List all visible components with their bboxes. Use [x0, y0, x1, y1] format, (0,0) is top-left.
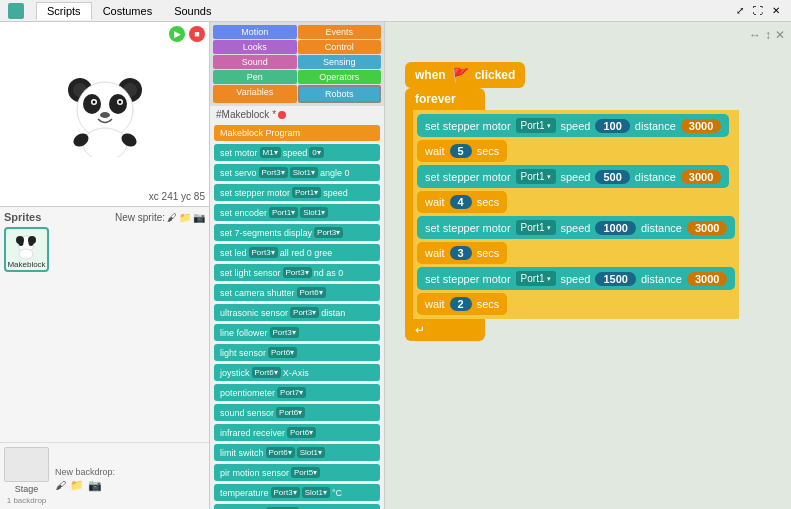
stop-button[interactable]: ■ [189, 26, 205, 42]
block-infrared[interactable]: infrared receiver Port6▾ [214, 424, 380, 441]
wait-block-4[interactable]: wait 2 secs [417, 293, 735, 315]
port1-dropdown-4[interactable]: Port1▾ [516, 271, 556, 286]
stepper-block-1[interactable]: set stepper motor Port1▾ speed 100 dista… [417, 114, 735, 137]
camera-icon[interactable]: 📷 [193, 212, 205, 223]
block-sound-sensor[interactable]: sound sensor Port6▾ [214, 404, 380, 421]
wait-val-4[interactable]: 2 [450, 297, 472, 311]
paint-icon[interactable]: 🖌 [167, 212, 177, 223]
blocks-list[interactable]: Makeblock Program set motor M1▾ speed 0▾… [210, 123, 384, 509]
scratch-block-container: when 🚩 clicked forever set stepper motor… [405, 62, 739, 341]
sprite-list: Makeblock [4, 227, 205, 272]
blocks-panel: Motion Events Looks Control Sound Sensin… [210, 22, 385, 509]
speed-val-1[interactable]: 100 [595, 119, 629, 133]
tab-costumes[interactable]: Costumes [92, 2, 164, 20]
stepper-block-2[interactable]: set stepper motor Port1▾ speed 500 dista… [417, 165, 735, 188]
run-button[interactable]: ▶ [169, 26, 185, 42]
cat-events[interactable]: Events [298, 25, 382, 39]
top-tabs: Scripts Costumes Sounds [36, 2, 222, 20]
forever-block: forever set stepper motor Port1▾ speed 1… [405, 88, 739, 341]
stage-label: Stage [15, 484, 39, 494]
wait-block-4-inner: wait 2 secs [417, 293, 507, 315]
cat-variables[interactable]: Variables [213, 85, 297, 103]
block-camera-shutter[interactable]: set camera shutter Port6▾ [214, 284, 380, 301]
block-ultrasonic[interactable]: ultrasonic sensor Port3▾ distan [214, 304, 380, 321]
block-set-servo[interactable]: set servo Port3▾ Slot1▾ angle 0 [214, 164, 380, 181]
block-set-motor[interactable]: set motor M1▾ speed 0▾ [214, 144, 380, 161]
backdrop-paint-icon[interactable]: 🖌 [55, 479, 66, 492]
sprites-section: Sprites New sprite: 🖌 📁 📷 [0, 207, 209, 442]
block-pir[interactable]: pir motion sensor Port5▾ [214, 464, 380, 481]
block-set-stepper[interactable]: set stepper motor Port1▾ speed [214, 184, 380, 201]
scripts-area[interactable]: ↔ ↕ ✕ XIAOMI KU when 🚩 clicked forever s… [385, 22, 791, 509]
block-7seg[interactable]: set 7-segments display Port3▾ [214, 224, 380, 241]
block-light-sensor[interactable]: set light sensor Port3▾ nd as 0 [214, 264, 380, 281]
tab-sounds[interactable]: Sounds [163, 2, 222, 20]
stepper-block-3[interactable]: set stepper motor Port1▾ speed 1000 dist… [417, 216, 735, 239]
wait-val-1[interactable]: 5 [450, 144, 472, 158]
cat-operators[interactable]: Operators [298, 70, 382, 84]
port1-dropdown-1[interactable]: Port1▾ [516, 118, 556, 133]
cat-looks[interactable]: Looks [213, 40, 297, 54]
backdrop-folder-icon[interactable]: 📁 [70, 479, 84, 492]
speed-val-4[interactable]: 1500 [595, 272, 635, 286]
backdrop-camera-icon[interactable]: 📷 [88, 479, 102, 492]
when-clicked-block[interactable]: when 🚩 clicked [405, 62, 525, 88]
wait-val-3[interactable]: 3 [450, 246, 472, 260]
cat-control[interactable]: Control [298, 40, 382, 54]
close-icon[interactable]: ✕ [769, 4, 783, 18]
expand-icon[interactable]: ⤢ [733, 4, 747, 18]
wait-val-2[interactable]: 4 [450, 195, 472, 209]
port1-dropdown-3[interactable]: Port1▾ [516, 220, 556, 235]
dist-val-3[interactable]: 3000 [687, 221, 727, 235]
stage-coords: xc 241 yc 85 [149, 191, 205, 202]
left-panel: ▶ ■ [0, 22, 210, 509]
wait-block-1[interactable]: wait 5 secs [417, 140, 735, 162]
block-set-encoder[interactable]: set encoder Port1▾ Slot1▾ [214, 204, 380, 221]
speed-val-3[interactable]: 1000 [595, 221, 635, 235]
block-temperature[interactable]: temperature Port3▾ Slot1▾ °C [214, 484, 380, 501]
dist-val-4[interactable]: 3000 [687, 272, 727, 286]
dist-val-1[interactable]: 3000 [681, 119, 721, 133]
block-line-follower[interactable]: line follower Port3▾ [214, 324, 380, 341]
cat-robots[interactable]: Robots [298, 85, 382, 103]
secs-label-2: secs [477, 196, 500, 208]
resize-horiz-icon[interactable]: ↔ [749, 28, 761, 42]
cat-sound[interactable]: Sound [213, 55, 297, 69]
block-light-sensor2[interactable]: light sensor Port6▾ [214, 344, 380, 361]
stage-controls: ▶ ■ [169, 26, 205, 42]
sprite-item[interactable]: Makeblock [4, 227, 49, 272]
block-joystick[interactable]: joystick Port6▾ X-Axis [214, 364, 380, 381]
stepper-block-1-inner: set stepper motor Port1▾ speed 100 dista… [417, 114, 729, 137]
fullscreen-icon[interactable]: ⛶ [751, 4, 765, 18]
block-makeblock-program[interactable]: Makeblock Program [214, 125, 380, 141]
speed-val-2[interactable]: 500 [595, 170, 629, 184]
panda-sprite [65, 72, 145, 157]
dist-val-2[interactable]: 3000 [681, 170, 721, 184]
folder-icon[interactable]: 📁 [179, 212, 191, 223]
wait-block-2[interactable]: wait 4 secs [417, 191, 735, 213]
block-gyro[interactable]: 3-axis gyro X-Axis▾ angle [214, 504, 380, 509]
resize-vert-icon[interactable]: ↕ [765, 28, 771, 42]
cat-motion[interactable]: Motion [213, 25, 297, 39]
svg-point-10 [118, 100, 121, 103]
port1-dropdown-2[interactable]: Port1▾ [516, 169, 556, 184]
top-icons: ⤢ ⛶ ✕ [733, 4, 783, 18]
close-scripts-icon[interactable]: ✕ [775, 28, 785, 42]
makeblock-dot [278, 111, 286, 119]
stepper-block-3-inner: set stepper motor Port1▾ speed 1000 dist… [417, 216, 735, 239]
svg-point-11 [100, 112, 110, 118]
forever-header[interactable]: forever [405, 88, 485, 110]
new-sprite-label: New sprite: 🖌 📁 📷 [115, 212, 205, 223]
tab-scripts[interactable]: Scripts [36, 2, 92, 20]
cat-sensing[interactable]: Sensing [298, 55, 382, 69]
stepper-block-2-inner: set stepper motor Port1▾ speed 500 dista… [417, 165, 729, 188]
block-potentiometer[interactable]: potentiometer Port7▾ [214, 384, 380, 401]
forever-body: set stepper motor Port1▾ speed 100 dista… [405, 110, 739, 319]
stage-area: ▶ ■ [0, 22, 209, 207]
block-limit-switch[interactable]: limit switch Port6▾ Slot1▾ [214, 444, 380, 461]
block-set-led[interactable]: set led Port3▾ all red 0 gree [214, 244, 380, 261]
cat-pen[interactable]: Pen [213, 70, 297, 84]
stepper-block-4[interactable]: set stepper motor Port1▾ speed 1500 dist… [417, 267, 735, 290]
wait-block-3[interactable]: wait 3 secs [417, 242, 735, 264]
clicked-label: clicked [475, 68, 516, 82]
